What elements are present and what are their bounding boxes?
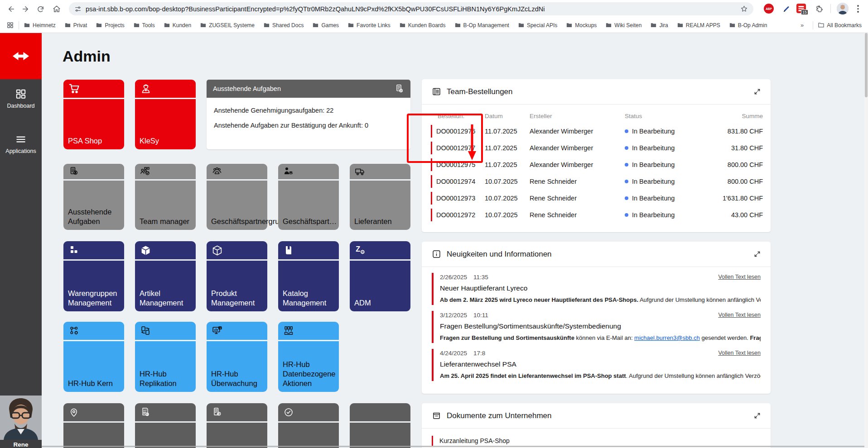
order-row[interactable]: DO00012974 10.07.2025 Rene Schneider In … <box>431 175 763 188</box>
browser-profile-avatar[interactable] <box>837 3 849 14</box>
vertical-scrollbar[interactable] <box>864 33 868 448</box>
tile-freigaben[interactable] <box>278 403 339 448</box>
tile-produkt-management[interactable]: Produkt Management <box>207 241 267 311</box>
col-header-datum[interactable]: Datum <box>485 113 530 119</box>
read-more-link[interactable]: Vollen Text lesen <box>718 312 761 319</box>
bookmark-folder[interactable]: Jira <box>650 22 668 29</box>
archive-tray-icon <box>432 411 441 420</box>
tile-psa-shop[interactable]: PSA Shop <box>63 80 124 149</box>
horizontal-scrollbar[interactable] <box>42 446 864 447</box>
z-gear-icon: Z <box>355 244 366 256</box>
bookmark-folder[interactable]: Tools <box>133 22 155 29</box>
col-header-ersteller[interactable]: Ersteller <box>530 113 625 119</box>
counter-extension-icon[interactable]: 15 <box>796 4 806 13</box>
document-link[interactable]: Kurzanleitung PSA-Shop <box>432 436 761 446</box>
tile-warengruppen-management[interactable]: Warengruppen Management <box>63 241 124 311</box>
col-header-bestellung[interactable]: Bestellun. <box>434 113 485 119</box>
shopping-cart-icon <box>68 83 80 95</box>
site-settings-icon[interactable] <box>74 5 82 13</box>
back-icon[interactable] <box>5 3 17 15</box>
all-bookmarks-button[interactable]: All Bookmarks <box>818 22 862 29</box>
bookmark-folder[interactable]: Heimnetz <box>24 22 56 29</box>
location-pin-icon <box>68 407 79 418</box>
bookmark-folder[interactable]: Privat <box>64 22 87 29</box>
bookmark-folder[interactable]: B-Op Management <box>454 22 509 29</box>
sidebar-user[interactable]: Rene <box>0 396 42 448</box>
tile-katalog-management[interactable]: Katalog Management <box>278 241 339 311</box>
expand-icon[interactable] <box>754 88 761 95</box>
order-row[interactable]: DO00012972 10.07.2025 Rene Schneider In … <box>431 209 763 221</box>
bookmarks-overflow-icon[interactable]: » <box>800 22 804 29</box>
tile-hrhub-kern[interactable]: HR-Hub Kern <box>63 322 124 392</box>
order-sum: 31.80 CHF <box>711 144 763 152</box>
home-icon[interactable] <box>51 3 63 15</box>
bookmark-folder[interactable]: ZUGSEIL Systeme <box>200 22 255 29</box>
scrollbar-thumb[interactable] <box>865 33 868 97</box>
news-time: 11:35 <box>473 274 488 281</box>
order-id: DO00012977 <box>434 144 485 152</box>
read-more-link[interactable]: Vollen Text lesen <box>718 350 761 357</box>
news-card: Neuigkeiten und Informationen 2/26/2025 … <box>422 242 771 394</box>
pen-extension-icon[interactable] <box>780 3 792 15</box>
order-row[interactable]: DO00012975 11.07.2025 Alexander Wimberge… <box>431 158 763 171</box>
tile-standorte[interactable] <box>63 403 124 448</box>
extensions-puzzle-icon[interactable] <box>814 3 825 15</box>
tile-klesy[interactable]: KleSy <box>135 80 196 149</box>
bookmark-folder[interactable]: Mockups <box>566 22 597 29</box>
bookmark-folder[interactable]: B-Op Admin <box>729 22 767 29</box>
tile-vat[interactable]: VATN <box>135 403 196 448</box>
tile-label: Geschäftspart… <box>283 217 337 226</box>
adblock-extension-icon[interactable]: ABP <box>764 4 774 14</box>
bookmark-folder[interactable]: Wiki Seiten <box>605 22 641 29</box>
bookmark-folder[interactable]: REALM APPS <box>677 22 720 29</box>
tile-hrhub-datenbezogene-aktionen[interactable]: HR-Hub Datenbezogene Aktionen <box>278 322 339 392</box>
bookmark-folder[interactable]: Games <box>312 22 339 29</box>
tile-artikel-management[interactable]: Artikel Management <box>135 241 196 311</box>
order-date: 10.07.2025 <box>485 178 530 185</box>
pending-tasks-panel[interactable]: Ausstehende Aufgaben Anstehende Genehmig… <box>207 80 410 149</box>
news-title: Fragen Bestellung/Sortimentsauskünfte/Sy… <box>440 322 761 330</box>
tile-label: HR-Hub Datenbezogene Aktionen <box>283 360 336 388</box>
order-sum: 800.00 CHF <box>711 161 763 168</box>
address-bar[interactable]: psa-int.sbb.b-op.com/bop-desktop?Busines… <box>69 2 753 15</box>
browser-menu-icon[interactable] <box>857 4 859 14</box>
tile-geschaeftspartner[interactable]: Geschäftspart… <box>278 164 339 230</box>
sidebar-item-applications[interactable]: Applications <box>0 133 42 154</box>
bookmark-folder[interactable]: Favorite Links <box>347 22 391 29</box>
expand-icon[interactable] <box>754 251 761 257</box>
bookmark-folder[interactable]: Kunden <box>164 22 191 29</box>
tile-label: HR-Hub Überwachung <box>211 369 263 388</box>
order-row[interactable]: DO00012977 11.07.2025 Alexander Wimberge… <box>431 142 763 154</box>
tile-hrhub-replikation[interactable]: HR-Hub Replikation <box>135 322 196 392</box>
bookmark-folder[interactable]: Kunden Boards <box>399 22 446 29</box>
sidebar-item-dashboard[interactable]: Dashboard <box>0 88 42 109</box>
user-name: Rene <box>0 441 42 448</box>
tile-team-manager[interactable]: Team manager <box>135 164 196 230</box>
order-status: In Bearbeitung <box>625 161 711 168</box>
email-link[interactable]: michael.burren3@sbb.ch <box>634 334 700 341</box>
tile-geschaeftspartnergruppe[interactable]: Geschäftspartnergruppe <box>207 164 267 230</box>
order-row[interactable]: DO00012976 11.07.2025 Alexander Wimberge… <box>431 125 763 138</box>
col-header-summe[interactable]: Summe <box>711 113 763 119</box>
tile-weitere[interactable] <box>350 403 410 448</box>
tile-lieferanten[interactable]: Lieferanten <box>350 164 410 230</box>
url-text[interactable]: psa-int.sbb.b-op.com/bop-desktop?Busines… <box>86 5 737 13</box>
expand-icon[interactable] <box>754 412 761 419</box>
col-header-status[interactable]: Status <box>625 113 711 119</box>
tile-steuern[interactable] <box>207 403 267 448</box>
read-more-link[interactable]: Vollen Text lesen <box>718 274 761 281</box>
person-coins-icon <box>283 166 294 177</box>
order-row[interactable]: DO00012973 10.07.2025 Rene Schneider In … <box>431 192 763 205</box>
bookmark-folder[interactable]: Special APIs <box>518 22 557 29</box>
bookmark-folder[interactable]: Projects <box>96 22 124 29</box>
tile-adm[interactable]: Z ADM <box>350 241 410 311</box>
tile-ausstehende-aufgaben[interactable]: Ausstehende Aufgaben <box>63 164 124 230</box>
forward-icon[interactable] <box>19 3 31 15</box>
bookmark-folder[interactable]: Shared Docs <box>263 22 304 29</box>
sbb-logo[interactable] <box>0 33 42 79</box>
bookmark-star-icon[interactable] <box>740 5 748 13</box>
bookmarks-divider <box>813 21 813 29</box>
apps-grid-icon[interactable] <box>6 21 14 29</box>
tile-hrhub-ueberwachung[interactable]: HR-Hub Überwachung <box>207 322 267 392</box>
reload-icon[interactable] <box>34 3 46 15</box>
